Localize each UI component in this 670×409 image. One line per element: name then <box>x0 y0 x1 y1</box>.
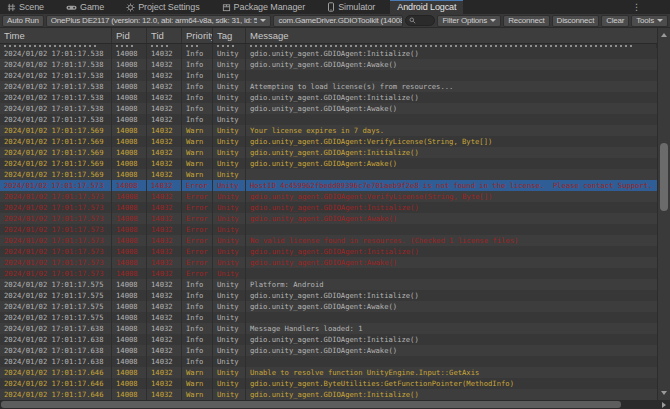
tab-game[interactable]: Game <box>59 0 111 14</box>
search-input[interactable] <box>418 16 432 25</box>
log-table-header: Time Pid Tid Priority Tag Message <box>0 28 657 44</box>
log-pid: 14008 <box>112 312 147 323</box>
search-box[interactable] <box>405 15 436 26</box>
log-row[interactable]: 2024/01/02 17:01:17.575 14008 14032 Info… <box>0 312 657 323</box>
log-row[interactable]: 2024/01/02 17:01:17.569 14008 14032 Warn… <box>0 136 657 147</box>
log-tag: Unity <box>213 158 246 169</box>
log-row[interactable]: 2024/01/02 17:01:17.573 14008 14032 Erro… <box>0 180 657 191</box>
log-row[interactable]: 2024/01/02 17:01:17.569 14008 14032 Warn… <box>0 158 657 169</box>
log-row[interactable]: 2024/01/02 17:01:17.573 14008 14032 Erro… <box>0 213 657 224</box>
log-time: 2024/01/02 17:01:17.569 <box>0 136 112 147</box>
log-tid: 14032 <box>147 147 182 158</box>
log-row[interactable]: 2024/01/02 17:01:17.538 14008 14032 Info… <box>0 81 657 92</box>
log-row[interactable]: 2024/01/02 17:01:17.573 14008 14032 Erro… <box>0 246 657 257</box>
scroll-up-icon[interactable] <box>661 33 667 37</box>
log-time: 2024/01/02 17:01:17.575 <box>0 290 112 301</box>
log-row[interactable]: 2024/01/02 17:01:17.646 14008 14032 Warn… <box>0 389 657 400</box>
disconnect-button[interactable]: Disconnect <box>552 15 600 27</box>
log-pid: 14008 <box>112 246 147 257</box>
tab-project-settings[interactable]: Project Settings <box>119 0 206 14</box>
log-message: HostID 4c459962fbedd09396c7e701aeb9f2e8 … <box>246 180 657 191</box>
log-tid: 14032 <box>147 312 182 323</box>
clear-button[interactable]: Clear <box>601 15 629 27</box>
scrollbar-corner[interactable] <box>657 400 670 409</box>
log-row[interactable]: 2024/01/02 17:01:17.538 14008 14032 Info… <box>0 103 657 114</box>
log-row[interactable]: 2024/01/02 17:01:17.569 14008 14032 Warn… <box>0 147 657 158</box>
log-tag: Unity <box>213 235 246 246</box>
log-pid: 14008 <box>112 114 147 125</box>
log-message: gdio.unity_agent.GDIOAgent:Initialize() <box>246 92 657 103</box>
log-priority: Warn <box>182 169 213 180</box>
column-header-priority[interactable]: Priority <box>182 28 213 43</box>
log-tag: Unity <box>213 213 246 224</box>
log-row[interactable]: 2024/01/02 17:01:17.575 14008 14032 Info… <box>0 290 657 301</box>
log-message: gdio.unity_agent.GDIOAgent:Awake() <box>246 213 657 224</box>
vertical-scrollbar[interactable] <box>657 28 670 400</box>
tab-android-logcat[interactable]: Android Logcat <box>390 0 463 14</box>
log-tag: Unity <box>213 70 246 81</box>
horizontal-scrollbar[interactable] <box>0 400 657 409</box>
log-priority: Warn <box>182 136 213 147</box>
log-row[interactable]: 2024/01/02 17:01:17.569 14008 14032 Warn… <box>0 169 657 180</box>
log-tid: 14032 <box>147 345 182 356</box>
log-row[interactable]: 2024/01/02 17:01:17.538 14008 14032 Info… <box>0 48 657 59</box>
tab-label: Project Settings <box>138 2 199 12</box>
log-row[interactable]: 2024/01/02 17:01:17.575 14008 14032 Info… <box>0 279 657 290</box>
log-row[interactable]: 2024/01/02 17:01:17.638 14008 14032 Info… <box>0 334 657 345</box>
auto-run-toggle[interactable]: Auto Run <box>2 15 44 27</box>
horizontal-scrollbar-thumb[interactable] <box>1 401 621 408</box>
log-row[interactable]: 2024/01/02 17:01:17.573 14008 14032 Erro… <box>0 257 657 268</box>
reconnect-button[interactable]: Reconnect <box>503 15 549 27</box>
column-header-message[interactable]: Message <box>246 28 657 43</box>
log-row[interactable]: 2024/01/02 17:01:17.646 14008 14032 Warn… <box>0 367 657 378</box>
log-tag: Unity <box>213 312 246 323</box>
log-pid: 14008 <box>112 257 147 268</box>
device-dropdown[interactable]: OnePlus DE2117 (version: 12.0, abi: arm6… <box>46 15 272 27</box>
tab-scene[interactable]: Scene <box>0 0 51 14</box>
log-pid: 14008 <box>112 70 147 81</box>
log-row[interactable]: 2024/01/02 17:01:17.638 14008 14032 Info… <box>0 345 657 356</box>
log-row[interactable]: 2024/01/02 17:01:17.638 14008 14032 Info… <box>0 323 657 334</box>
package-icon <box>222 3 231 12</box>
log-row[interactable]: 2024/01/02 17:01:17.569 14008 14032 Warn… <box>0 125 657 136</box>
log-row[interactable]: 2024/01/02 17:01:17.573 14008 14032 Erro… <box>0 191 657 202</box>
column-header-tid[interactable]: Tid <box>147 28 182 43</box>
log-row[interactable]: 2024/01/02 17:01:17.638 14008 14032 Info… <box>0 356 657 367</box>
log-pid: 14008 <box>112 136 147 147</box>
filter-options-dropdown[interactable]: Filter Options <box>437 15 501 27</box>
log-row[interactable]: 2024/01/02 17:01:17.573 14008 14032 Erro… <box>0 202 657 213</box>
log-time: 2024/01/02 17:01:17.573 <box>0 224 112 235</box>
log-message: gdio.unity_agent.GDIOAgent:VerifyLicense… <box>246 191 657 202</box>
log-message: Platform: Android <box>246 279 657 290</box>
log-row[interactable]: 2024/01/02 17:01:17.538 14008 14032 Info… <box>0 114 657 125</box>
log-pid: 14008 <box>112 180 147 191</box>
vertical-scrollbar-thumb[interactable] <box>660 143 668 211</box>
column-header-tag[interactable]: Tag <box>213 28 246 43</box>
log-message: gdio.unity_agent.GDIOAgent:Initialize() <box>246 290 657 301</box>
column-header-time[interactable]: Time <box>0 28 112 43</box>
tab-simulator[interactable]: Simulator <box>320 0 382 14</box>
log-row[interactable]: 2024/01/02 17:01:17.573 14008 14032 Erro… <box>0 224 657 235</box>
log-row[interactable]: 2024/01/02 17:01:17.538 14008 14032 Info… <box>0 59 657 70</box>
scroll-right-icon <box>662 402 666 408</box>
tools-dropdown[interactable]: Tools <box>631 15 668 27</box>
scroll-down-icon[interactable] <box>661 391 667 395</box>
log-pid: 14008 <box>112 323 147 334</box>
tab-package-manager[interactable]: Package Manager <box>215 0 313 14</box>
log-time: 2024/01/02 17:01:17.538 <box>0 114 112 125</box>
log-row[interactable]: 2024/01/02 17:01:17.573 14008 14032 Erro… <box>0 268 657 279</box>
log-table: Time Pid Tid Priority Tag Message 2024/0… <box>0 28 657 400</box>
package-dropdown[interactable]: com.GameDriver.GDIOToolkit (14008) <box>273 15 402 27</box>
logcat-toolbar: Auto Run OnePlus DE2117 (version: 12.0, … <box>0 14 670 28</box>
log-row[interactable]: 2024/01/02 17:01:17.646 14008 14032 Warn… <box>0 378 657 389</box>
log-row[interactable]: 2024/01/02 17:01:17.538 14008 14032 Info… <box>0 70 657 81</box>
kebab-menu-icon[interactable]: ⋮ <box>629 0 644 14</box>
log-row[interactable]: 2024/01/02 17:01:17.573 14008 14032 Erro… <box>0 235 657 246</box>
log-time: 2024/01/02 17:01:17.569 <box>0 147 112 158</box>
log-tid: 14032 <box>147 367 182 378</box>
log-row[interactable]: 2024/01/02 17:01:17.538 14008 14032 Info… <box>0 92 657 103</box>
log-row[interactable]: 2024/01/02 17:01:17.575 14008 14032 Info… <box>0 301 657 312</box>
column-header-pid[interactable]: Pid <box>112 28 147 43</box>
log-tag: Unity <box>213 81 246 92</box>
log-pid: 14008 <box>112 191 147 202</box>
